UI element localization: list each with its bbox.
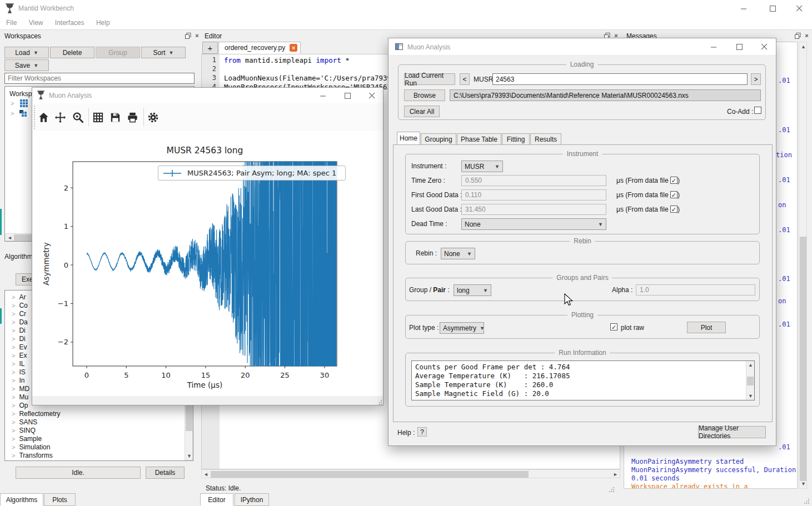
dead-time-combobox[interactable]: None▼ — [461, 218, 606, 230]
tab-editor[interactable]: Editor — [200, 493, 233, 506]
chevron-right-icon[interactable]: > — [12, 444, 15, 450]
grid-icon[interactable] — [92, 111, 104, 126]
algorithm-category[interactable]: >In — [12, 377, 24, 385]
maximize-button[interactable] — [339, 89, 356, 102]
chevron-right-icon[interactable]: > — [12, 327, 15, 334]
menu-interfaces[interactable]: Interfaces — [50, 17, 89, 29]
algorithm-category[interactable]: >Ex — [12, 352, 27, 360]
algorithm-category[interactable]: >Reflectometry — [12, 410, 60, 418]
algorithm-category[interactable]: >Sample — [12, 435, 42, 443]
scroll-left-icon[interactable]: ◄ — [203, 472, 208, 477]
maximize-button[interactable] — [731, 41, 748, 53]
algorithm-category[interactable]: >MD — [12, 385, 29, 393]
code-line[interactable]: from mantid.simpleapi import * — [224, 56, 350, 65]
run-number-input[interactable] — [492, 73, 748, 85]
tab-algorithms[interactable]: Algorithms — [0, 493, 43, 506]
home-icon[interactable] — [37, 111, 50, 126]
menu-view[interactable]: View — [24, 17, 48, 29]
close-button[interactable] — [363, 89, 380, 102]
tab-home[interactable]: Home — [397, 132, 420, 145]
tab-phase-table[interactable]: Phase Table — [457, 133, 501, 145]
scroll-up-icon[interactable]: ▲ — [748, 362, 753, 368]
algorithm-category[interactable]: >Transforms — [12, 452, 53, 460]
run-information-box[interactable]: Counts per Good Frame per det : 4.764Ave… — [411, 360, 755, 400]
float-panel-icon[interactable] — [794, 32, 802, 39]
filter-workspaces-input[interactable] — [4, 73, 195, 84]
chevron-right-icon[interactable]: > — [11, 110, 14, 117]
close-panel-icon[interactable]: × — [803, 32, 811, 39]
chevron-right-icon[interactable]: > — [12, 310, 15, 317]
previous-run-button[interactable]: < — [460, 73, 470, 85]
resize-grip[interactable] — [377, 399, 382, 407]
next-run-button[interactable]: > — [751, 73, 761, 85]
sort-button[interactable]: Sort▼ — [141, 47, 186, 58]
chevron-right-icon[interactable]: > — [12, 402, 15, 409]
from-data-file-checkbox[interactable]: ✓ — [670, 177, 678, 184]
chevron-right-icon[interactable]: > — [12, 385, 15, 392]
co-add-checkbox[interactable] — [754, 107, 761, 114]
new-tab-button[interactable]: + — [202, 42, 218, 54]
manage-user-directories-button[interactable]: Manage User Directories — [698, 426, 766, 438]
run-info-scrollbar[interactable]: ▲ ▼ — [746, 361, 754, 400]
scroll-down-icon[interactable]: ▼ — [801, 481, 806, 487]
algorithm-category[interactable]: >Simulation — [12, 443, 50, 452]
zoom-icon[interactable] — [72, 111, 84, 126]
delete-button[interactable]: Delete — [50, 47, 94, 58]
close-button[interactable] — [756, 41, 773, 53]
chevron-right-icon[interactable]: > — [12, 360, 15, 367]
messages-scrollbar[interactable]: ▲ ▼ — [799, 42, 807, 489]
chevron-right-icon[interactable]: > — [12, 394, 15, 400]
algorithm-category[interactable]: >SINQ — [12, 427, 36, 435]
minimize-button[interactable] — [705, 41, 722, 53]
editor-horizontal-scrollbar[interactable]: ◄ ► — [201, 469, 620, 478]
plot-window-titlebar[interactable]: Muon Analysis — [32, 88, 383, 104]
print-icon[interactable] — [126, 111, 139, 126]
float-panel-icon[interactable] — [184, 32, 192, 39]
chevron-right-icon[interactable]: > — [12, 352, 15, 359]
resize-grip[interactable] — [804, 498, 810, 505]
chevron-right-icon[interactable]: > — [12, 410, 15, 417]
chevron-right-icon[interactable]: > — [12, 377, 15, 384]
chevron-right-icon[interactable]: > — [12, 435, 15, 442]
algorithm-category[interactable]: >Co — [12, 302, 28, 310]
settings-icon[interactable] — [147, 111, 160, 126]
chevron-right-icon[interactable]: > — [12, 344, 15, 350]
chevron-right-icon[interactable]: > — [12, 427, 15, 434]
tab-results[interactable]: Results — [530, 133, 561, 145]
save-icon[interactable] — [109, 111, 122, 126]
algorithm-category[interactable]: >Da — [12, 318, 28, 327]
load-button[interactable]: Load▼ — [4, 47, 49, 58]
group-button[interactable]: Group — [96, 47, 140, 58]
menu-help[interactable]: Help — [91, 17, 115, 29]
clear-all-button[interactable]: Clear All — [404, 106, 440, 117]
chevron-right-icon[interactable]: > — [12, 452, 15, 459]
algorithm-category[interactable]: >Mu — [12, 393, 28, 402]
plot-button[interactable]: Plot — [687, 322, 726, 333]
tab-ordered-recovery[interactable]: ordered_recovery.py × — [218, 42, 301, 54]
scroll-down-icon[interactable]: ▼ — [748, 393, 753, 399]
algorithm-category[interactable]: >Di — [12, 335, 26, 343]
scroll-left-icon[interactable]: ◄ — [7, 235, 12, 241]
algorithm-category[interactable]: >Di — [12, 327, 26, 335]
minimize-button[interactable] — [735, 2, 752, 14]
load-current-run-button[interactable]: Load Current Run — [404, 73, 455, 85]
code-line[interactable]: LoadMuonNexus(Filename='C:/Users/pra7939… — [224, 74, 400, 83]
menu-file[interactable]: File — [1, 17, 22, 29]
rebin-combobox[interactable]: None▼ — [441, 248, 475, 259]
scroll-right-icon[interactable]: ► — [613, 472, 618, 477]
algorithm-category[interactable]: >IL — [12, 360, 24, 368]
algorithm-category[interactable]: >Cr — [12, 310, 26, 318]
chevron-right-icon[interactable]: > — [12, 302, 15, 309]
algorithm-category[interactable]: >IS — [12, 368, 26, 377]
help-button[interactable]: ? — [417, 427, 427, 437]
maximize-button[interactable] — [764, 2, 781, 14]
plot-type-combobox[interactable]: Asymmetry▼ — [440, 322, 484, 334]
from-data-file-checkbox[interactable]: ✓ — [670, 191, 678, 198]
algorithm-category[interactable]: >Op — [12, 402, 28, 410]
chevron-right-icon[interactable]: > — [12, 294, 15, 300]
from-data-file-checkbox[interactable]: ✓ — [670, 206, 678, 213]
close-tab-icon[interactable]: × — [290, 44, 297, 52]
instrument-combobox[interactable]: MUSR▼ — [461, 161, 503, 172]
algorithm-category[interactable]: >Ev — [12, 343, 27, 352]
chevron-right-icon[interactable]: > — [12, 419, 15, 425]
